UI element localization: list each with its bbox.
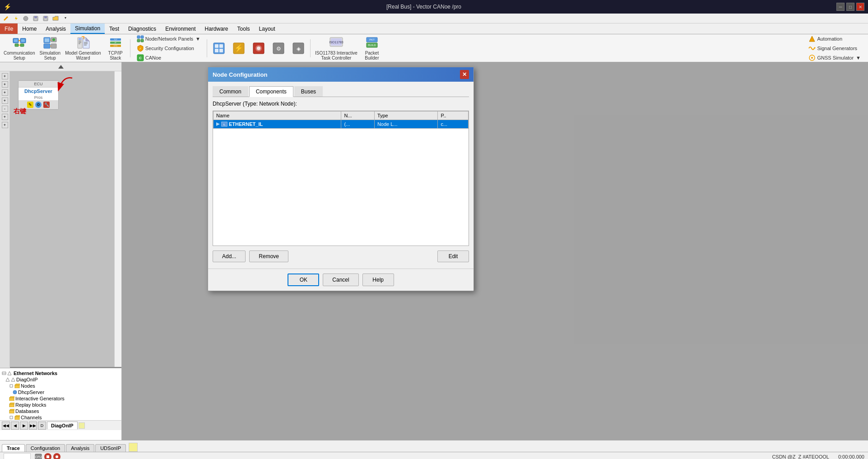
qa-record-btn[interactable] [22,14,30,23]
qa-save2-btn[interactable] [42,14,50,23]
nav-note-btn[interactable] [79,422,85,429]
toolbar-icon-3[interactable] [250,40,268,56]
menu-simulation[interactable]: Simulation [70,23,105,34]
automation-btn[interactable]: Automation [807,35,863,43]
ecu-config-icon[interactable]: ⚙ [35,102,42,108]
menu-environment[interactable]: Environment [161,23,200,34]
expand-btn-1[interactable]: + [2,73,8,79]
qa-bolt-btn[interactable] [12,14,20,23]
toolbar-icon-4[interactable]: ⚙ [269,40,288,56]
menu-test[interactable]: Test [105,23,124,34]
gnss-dropdown[interactable]: ▼ [856,55,861,60]
tree-item-databases[interactable]: Databases [9,408,120,414]
tree-item-nodes[interactable]: Nodes [9,383,120,389]
svg-rect-6 [44,16,47,18]
menu-hardware[interactable]: Hardware [200,23,233,34]
canoe-btn[interactable]: C CANoe [135,54,202,62]
qa-edit-btn[interactable] [2,14,10,23]
expand-btn-4[interactable]: + [2,97,8,104]
menu-tools[interactable]: Tools [233,23,255,34]
svg-marker-92 [216,122,220,126]
restore-btn[interactable]: □ [846,3,854,11]
table-row[interactable]: IL ETHERNET_IL (... Node L... c... [214,120,469,129]
menu-diagnostics[interactable]: Diagnostics [124,23,161,34]
tcpip-stack-btn[interactable]: TCP IP ETH TCP/IP Stack [104,35,127,61]
svg-rect-50 [215,44,218,48]
node-network-panels-btn[interactable]: Node/Network Panels ▼ [135,35,202,43]
ok-btn[interactable]: OK [288,274,319,286]
tab-note-icon[interactable] [129,443,138,452]
close-btn[interactable]: ✕ [856,3,864,11]
nav-first-btn[interactable]: ◀◀ [2,422,10,430]
qa-more-btn[interactable] [61,14,70,23]
menu-layout[interactable]: Layout [255,23,280,34]
model-gen-btn[interactable]: Model Generation Wizard [63,35,103,61]
iso11783-btn[interactable]: ISO11783 ISO11783 Interactive Task Contr… [313,35,359,61]
toolbar-icon-2[interactable]: ⚡ [230,40,248,56]
edit-btn[interactable]: Edit [437,250,469,262]
tree-item-ethernet-networks[interactable]: Ethernet Networks [2,370,120,376]
menu-analysis[interactable]: Analysis [41,23,70,34]
remove-btn[interactable]: Remove [249,250,288,262]
node-network-panels-dropdown[interactable]: ▼ [195,36,200,42]
communication-setup-btn[interactable]: Communication Setup [2,35,37,61]
toolbar-icon-5[interactable]: ◈ [289,40,307,56]
toolbar-icon-1[interactable] [210,40,228,56]
expand-btn-7[interactable]: + [2,122,8,128]
expand-btn-6[interactable]: + [2,114,8,120]
svg-rect-34 [84,45,87,46]
window-controls[interactable]: ─ □ ✕ [836,3,864,11]
svg-rect-32 [84,42,88,43]
tab-buses[interactable]: Buses [294,86,323,97]
add-btn[interactable]: Add... [213,250,246,262]
expand-btn-2[interactable]: + [2,81,8,88]
security-config-label: Security Configuration [145,46,194,51]
simulation-setup-btn[interactable]: Simulation Setup [37,35,62,61]
nav-active-tab[interactable]: DiagOnIP [47,422,78,429]
tree-item-interactive-gen[interactable]: Interactive Generators [9,395,120,402]
svg-rect-3 [34,16,37,18]
qa-save-btn[interactable] [32,14,40,23]
search-box[interactable] [4,453,31,459]
tree-item-dhcpserver[interactable]: DhcpServer [13,389,120,395]
record-btn[interactable] [53,453,60,459]
expand-btn-5[interactable]: - [2,106,8,112]
stop-btn[interactable] [44,453,51,459]
menu-file[interactable]: File [0,23,18,34]
components-table: Name N... Type P.. [213,111,469,129]
dialog-overlay: Node Configuration ✕ Common Components B… [122,62,868,440]
packet-builder-btn[interactable]: PKT BUILD Packet Builder [360,35,384,61]
main-canvas-area: Node Configuration ✕ Common Components B… [122,62,868,440]
bottom-tab-udsonip[interactable]: UDSonIP [95,444,126,452]
bottom-tab-trace[interactable]: Trace [2,444,25,452]
ecu-edit-icon[interactable]: ✎ [27,102,33,108]
nav-next-btn[interactable]: ▶ [20,422,28,430]
svg-marker-78 [11,378,15,381]
canvas-scrollbar[interactable] [114,71,121,367]
bottom-tab-configuration[interactable]: Configuration [26,444,65,452]
tab-components[interactable]: Components [249,86,293,97]
bottom-tab-analysis[interactable]: Analysis [66,444,94,452]
expand-btn-3[interactable]: + [2,89,8,96]
gnss-simulator-btn[interactable]: GNSS Simulator ▼ [807,54,863,62]
nav-d-btn[interactable]: D [38,422,46,430]
menu-home[interactable]: Home [18,23,41,34]
nav-prev-btn[interactable]: ◀ [11,422,19,430]
qa-open-btn[interactable] [51,14,60,23]
signal-generators-btn[interactable]: Signal Generators [807,44,863,52]
tree-item-channels[interactable]: Channels [9,414,120,421]
dialog-close-btn[interactable]: ✕ [460,70,469,79]
svg-rect-15 [20,44,24,46]
tab-common[interactable]: Common [213,86,248,97]
help-btn[interactable]: Help [362,274,394,286]
cancel-btn[interactable]: Cancel [323,274,358,286]
svg-rect-10 [14,39,18,42]
nav-last-btn[interactable]: ▶▶ [29,422,37,430]
minimize-btn[interactable]: ─ [836,3,845,11]
tree-item-diagonip[interactable]: DiagOnIP [5,376,120,383]
scroll-up-btn[interactable] [0,62,121,71]
tree-item-replay[interactable]: Replay blocks [9,402,120,408]
ecu-tool-icon[interactable]: 🔧 [43,102,50,108]
svg-text:ISO11783: ISO11783 [329,41,343,44]
security-config-btn[interactable]: ✓ Security Configuration [135,44,202,52]
